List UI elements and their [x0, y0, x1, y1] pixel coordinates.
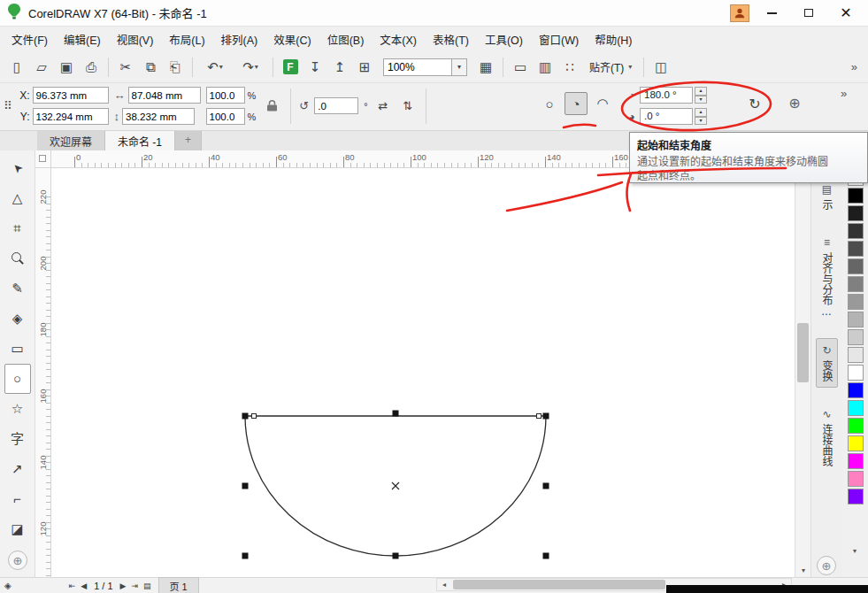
- copy-button[interactable]: ⧉: [139, 56, 162, 79]
- next-page-button[interactable]: ▶: [120, 581, 127, 590]
- rotation-angle-input[interactable]: [314, 97, 358, 114]
- search-content-button[interactable]: F: [279, 56, 302, 79]
- menu-item[interactable]: 工具(O): [477, 27, 531, 52]
- magenta[interactable]: [848, 453, 864, 469]
- undo-dropdown-icon[interactable]: ▾: [219, 63, 223, 71]
- menu-item[interactable]: 窗口(W): [531, 27, 587, 52]
- gray-20[interactable]: [848, 329, 864, 345]
- arc-mode-button[interactable]: ◠: [591, 92, 614, 115]
- add-page-icon[interactable]: ▤: [143, 581, 151, 590]
- freehand-tool[interactable]: ✎: [4, 273, 31, 304]
- docker-tab-transform[interactable]: ↻ 变换: [816, 338, 838, 388]
- text-tool[interactable]: 字: [4, 424, 31, 454]
- gray-40[interactable]: [848, 294, 864, 310]
- selection-handles[interactable]: [242, 411, 549, 559]
- gray-70[interactable]: [848, 241, 864, 257]
- start-angle-input[interactable]: 180.0 °: [640, 87, 693, 104]
- import-button[interactable]: ↧: [303, 56, 326, 79]
- snap-to-button[interactable]: 贴齐(T)▾: [583, 56, 638, 78]
- new-tab-button[interactable]: +: [175, 131, 202, 150]
- tab-welcome-screen[interactable]: 欢迎屏幕: [37, 131, 105, 150]
- scroll-left-icon[interactable]: ◂: [437, 578, 451, 591]
- previous-page-button[interactable]: ◀: [81, 581, 87, 590]
- gray-10[interactable]: [848, 347, 864, 363]
- menu-item[interactable]: 文本(X): [372, 27, 425, 52]
- vertical-ruler[interactable]: 220200180160140120: [35, 168, 51, 577]
- fullscreen-preview-button[interactable]: ▭: [509, 56, 532, 79]
- toolbox-customize-button[interactable]: ⊕: [8, 551, 27, 570]
- close-button[interactable]: ✕: [831, 3, 861, 24]
- yellow[interactable]: [848, 435, 864, 451]
- zoom-dropdown-icon[interactable]: ▾: [452, 58, 467, 76]
- end-angle-down-button[interactable]: ▾: [695, 117, 707, 126]
- menu-item[interactable]: 排列(A): [213, 27, 266, 52]
- change-direction-button[interactable]: ↻: [743, 92, 766, 115]
- new-document-button[interactable]: ▯: [5, 56, 28, 79]
- green[interactable]: [848, 418, 864, 434]
- tab-untitled-document[interactable]: 未命名 -1: [105, 131, 175, 150]
- menu-item[interactable]: 布局(L): [161, 27, 212, 52]
- drop-shadow-tool[interactable]: ◪: [4, 514, 31, 544]
- scale-x-input[interactable]: [206, 87, 245, 104]
- paste-button[interactable]: ⎗: [164, 56, 187, 79]
- maximize-button[interactable]: [794, 3, 824, 24]
- zoom-level-input[interactable]: [383, 58, 452, 76]
- object-height-input[interactable]: [122, 108, 195, 125]
- scroll-down-icon[interactable]: ▾: [795, 563, 811, 577]
- lock-ratio-button[interactable]: [261, 91, 282, 121]
- cyan[interactable]: [848, 400, 864, 416]
- palette-scroll-down-icon[interactable]: ▾: [848, 547, 862, 559]
- x-position-input[interactable]: [33, 87, 109, 104]
- last-page-button[interactable]: ⇥: [132, 581, 139, 590]
- scale-y-input[interactable]: [206, 108, 245, 125]
- vertical-scroll-thumb[interactable]: [797, 323, 809, 382]
- menu-item[interactable]: 视图(V): [109, 27, 162, 52]
- end-angle-input[interactable]: .0 °: [640, 108, 693, 125]
- gray-60[interactable]: [848, 258, 864, 274]
- black[interactable]: [848, 188, 864, 204]
- menu-item[interactable]: 位图(B): [319, 27, 373, 52]
- menu-item[interactable]: 表格(T): [425, 27, 477, 52]
- docker-tab-connect-curves[interactable]: ∿ 连接曲线: [816, 402, 838, 473]
- redo-button[interactable]: ↷▾: [234, 56, 267, 79]
- end-angle-up-button[interactable]: ▴: [695, 108, 707, 117]
- y-position-input[interactable]: [33, 108, 109, 125]
- white[interactable]: [848, 365, 864, 381]
- gray-80[interactable]: [848, 223, 864, 239]
- options-button[interactable]: ◫: [649, 56, 672, 79]
- horizontal-scroll-thumb[interactable]: [453, 580, 665, 589]
- dimension-tool[interactable]: ↗: [4, 454, 31, 484]
- menu-item[interactable]: 编辑(E): [56, 27, 109, 52]
- docker-tab-align-distribute[interactable]: ≡ 对齐与分布…: [816, 230, 838, 324]
- propbar-overflow-button[interactable]: »: [841, 87, 847, 100]
- page-1-tab[interactable]: 页 1: [158, 577, 199, 593]
- export-button[interactable]: ↥: [328, 56, 351, 79]
- print-button[interactable]: ⎙: [80, 56, 103, 79]
- snap-grid-button[interactable]: ∷: [558, 56, 581, 79]
- open-button[interactable]: ▱: [30, 56, 53, 79]
- start-angle-up-button[interactable]: ▴: [695, 87, 707, 96]
- polygon-tool[interactable]: ☆: [4, 394, 31, 424]
- zoom-tool[interactable]: [4, 243, 31, 273]
- purple[interactable]: [848, 489, 864, 504]
- first-page-button[interactable]: ⇤: [69, 581, 76, 590]
- menu-item[interactable]: 效果(C): [265, 27, 319, 52]
- gray-30[interactable]: [848, 312, 864, 327]
- connector-tool[interactable]: ⌐: [4, 484, 31, 514]
- rectangle-tool[interactable]: ▭: [4, 334, 31, 364]
- ellipse-tool[interactable]: ○: [4, 364, 31, 394]
- quick-customize-button[interactable]: ⊕: [784, 92, 805, 113]
- start-angle-down-button[interactable]: ▾: [695, 96, 707, 104]
- cut-button[interactable]: ✂: [114, 56, 137, 79]
- pie-mode-button[interactable]: ◔: [565, 92, 588, 115]
- object-width-input[interactable]: [128, 87, 201, 104]
- vertical-scrollbar[interactable]: ▴ ▾: [795, 168, 810, 577]
- application-launcher-button[interactable]: ⊞: [353, 56, 376, 79]
- shape-tool[interactable]: △: [4, 183, 31, 213]
- redo-dropdown-icon[interactable]: ▾: [255, 63, 258, 71]
- gray-90[interactable]: [848, 205, 864, 221]
- ellipse-mode-button[interactable]: ○: [538, 92, 561, 115]
- gray-50[interactable]: [848, 276, 864, 292]
- pink[interactable]: [848, 471, 864, 487]
- menu-item[interactable]: 帮助(H): [587, 27, 640, 52]
